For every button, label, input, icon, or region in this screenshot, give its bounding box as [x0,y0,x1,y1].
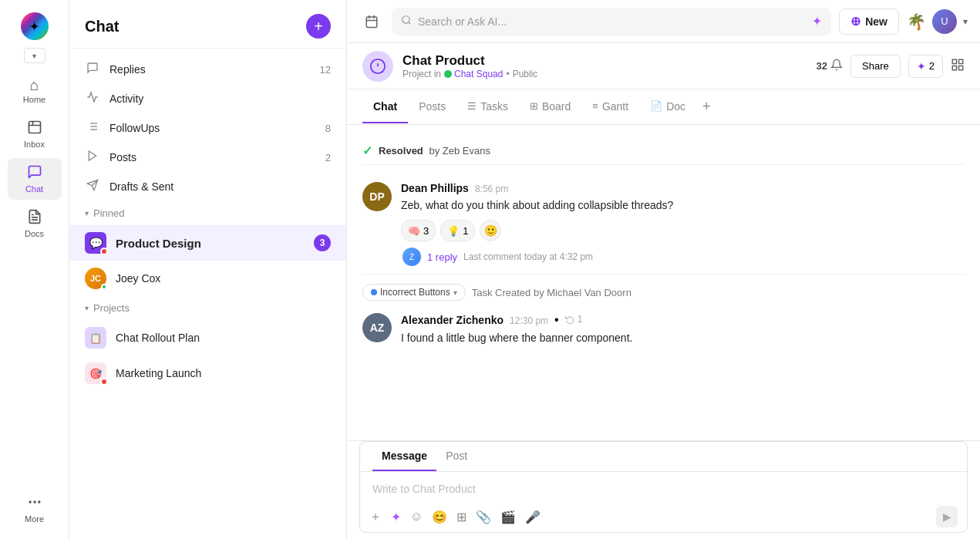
search-bar[interactable]: Search or Ask AI... ✦ [392,8,831,35]
alex-message-body: Alexander Zichenko 12:30 pm • 1 I found … [401,313,965,346]
joey-label: Joey Cox [116,272,331,285]
paperclip-icon[interactable]: 📎 [476,510,491,524]
search-placeholder: Search or Ask AI... [418,15,806,28]
notification-count[interactable]: 32 [817,59,843,73]
chevron-down-icon: ▾ [32,52,36,60]
add-chat-button[interactable]: + [306,14,331,39]
tab-board-label: Board [542,100,571,113]
ai-sparkle-icon: ✦ [812,14,822,29]
nav-label-home: Home [23,95,45,104]
nav-item-home[interactable]: ⌂ Home [8,71,62,110]
svg-point-19 [402,16,409,23]
task-tag-label: Incorrect Buttons [380,287,450,298]
doc-icon: 📄 [650,100,662,112]
add-reaction-icon: 🙂 [484,224,497,237]
nav-item-chat[interactable]: Chat [8,158,62,200]
chat-area: ✓ Resolved by Zeb Evans DP Dean Phillips… [347,125,980,440]
dean-time: 8:56 pm [475,184,508,194]
nav-item-inbox[interactable]: Inbox [8,113,62,155]
sidebar-item-joey[interactable]: JC Joey Cox [69,261,346,296]
pinned-section-header[interactable]: ▾ Pinned [69,201,346,225]
palm-tree-icon: 🌴 [907,12,926,31]
chat-icon [27,164,42,182]
left-nav: ✦ ▾ ⌂ Home Inbox Chat Docs More [0,0,69,539]
task-created-text: Task Created by Michael Van Doorn [472,287,631,298]
sidebar-item-posts[interactable]: Posts 2 [69,143,346,172]
followups-icon [85,120,100,136]
tab-gantt[interactable]: ≡ Gantt [581,91,639,123]
marketing-notification-dot [100,378,108,386]
reaction-bulb[interactable]: 💡 1 [440,220,475,241]
svg-marker-12 [89,151,96,160]
add-tab-button[interactable]: + [696,89,717,124]
message-toolbar: ＋ ✦ ☺ 😊 ⊞ 📎 🎬 🎤 ▶ [360,501,967,532]
tasks-icon: ☰ [467,100,477,112]
send-button[interactable]: ▶ [936,506,958,527]
tab-tasks[interactable]: ☰ Tasks [456,91,519,123]
task-tag[interactable]: Incorrect Buttons ▾ [362,284,466,301]
sidebar-item-marketing[interactable]: 🎯 Marketing Launch [69,355,346,391]
share-button[interactable]: Share [850,55,901,78]
message-tab[interactable]: Message [372,442,436,471]
post-tab[interactable]: Post [436,442,477,471]
video-icon[interactable]: 🎬 [500,510,516,524]
task-message: Incorrect Buttons ▾ Task Created by Mich… [362,274,965,360]
emoji-face-icon[interactable]: ☺ [410,510,423,524]
activity-label: Activity [109,93,331,105]
drafts-label: Drafts & Sent [109,180,331,193]
project-header: Chat Product Project in Chat Squad • Pub… [347,43,980,89]
emoji-icon[interactable]: 😊 [432,510,447,524]
top-bar: Search or Ask AI... ✦ ⊕ New 🌴 U ▾ [347,0,980,43]
alex-msg-text: I found a little bug where the banner co… [401,330,965,346]
sparkle-tool-icon[interactable]: ✦ [391,510,401,524]
user-avatar[interactable]: U [932,9,957,34]
sidebar-item-product-design[interactable]: 💬 Product Design 3 [69,225,346,261]
sidebar-item-followups[interactable]: FollowUps 8 [69,113,346,143]
message-input-area: Message Post Write to Chat Product ＋ ✦ ☺… [347,440,980,539]
reply-count[interactable]: 1 reply [427,251,457,263]
table-icon[interactable]: ⊞ [456,510,466,524]
projects-arrow-icon: ▾ [85,304,89,312]
tab-chat[interactable]: Chat [362,91,408,123]
reaction-brain[interactable]: 🧠 3 [401,220,436,241]
nav-item-more[interactable]: More [8,488,62,530]
svg-rect-27 [952,66,956,69]
sidebar-item-activity[interactable]: Activity [69,84,346,113]
app-logo[interactable]: ✦ [21,12,49,40]
message-input-box[interactable]: Write to Chat Product [360,472,967,501]
tab-posts[interactable]: Posts [408,91,456,123]
task-tag-chevron-icon: ▾ [453,288,457,297]
resolved-bar: ✓ Resolved by Zeb Evans [362,137,965,165]
bell-icon [830,59,843,73]
message-alex: AZ Alexander Zichenko 12:30 pm • 1 I fou… [362,308,965,351]
reply-row: Z 1 reply Last comment today at 4:32 pm [401,248,965,266]
layout-icon[interactable] [951,58,965,75]
alex-time: 12:30 pm [510,315,548,326]
project-meta-text: Project in [402,69,441,79]
posts-badge: 2 [325,152,331,163]
new-button[interactable]: ⊕ New [839,8,899,35]
tab-doc[interactable]: 📄 Doc [639,91,696,123]
svg-point-3 [34,501,35,503]
sidebar-item-chat-rollout[interactable]: 📋 Chat Rollout Plan [69,320,346,355]
project-name: Chat Product [402,53,807,69]
marketing-label: Marketing Launch [116,367,331,379]
sidebar-item-drafts[interactable]: Drafts & Sent [69,172,346,201]
expand-button[interactable]: ▾ [24,48,45,63]
more-icon [27,494,42,512]
calendar-button[interactable] [359,9,384,34]
add-reaction-button[interactable]: 🙂 [480,220,501,241]
mic-icon[interactable]: 🎤 [525,510,541,524]
tab-board[interactable]: ⊞ Board [519,91,581,123]
joey-avatar-wrap: JC [85,268,106,289]
project-squad[interactable]: Chat Squad [444,69,503,79]
ai-button[interactable]: ✦ 2 [908,55,943,78]
sidebar-item-replies[interactable]: Replies 12 [69,55,346,84]
bulb-count: 1 [463,225,468,237]
attach-icon[interactable]: ＋ [369,509,382,525]
main-content: Search or Ask AI... ✦ ⊕ New 🌴 U ▾ Chat P… [347,0,980,539]
nav-item-docs[interactable]: Docs [8,203,62,244]
user-menu-chevron[interactable]: ▾ [963,16,968,27]
projects-section-header[interactable]: ▾ Projects [69,296,346,320]
task-dot [371,289,377,295]
